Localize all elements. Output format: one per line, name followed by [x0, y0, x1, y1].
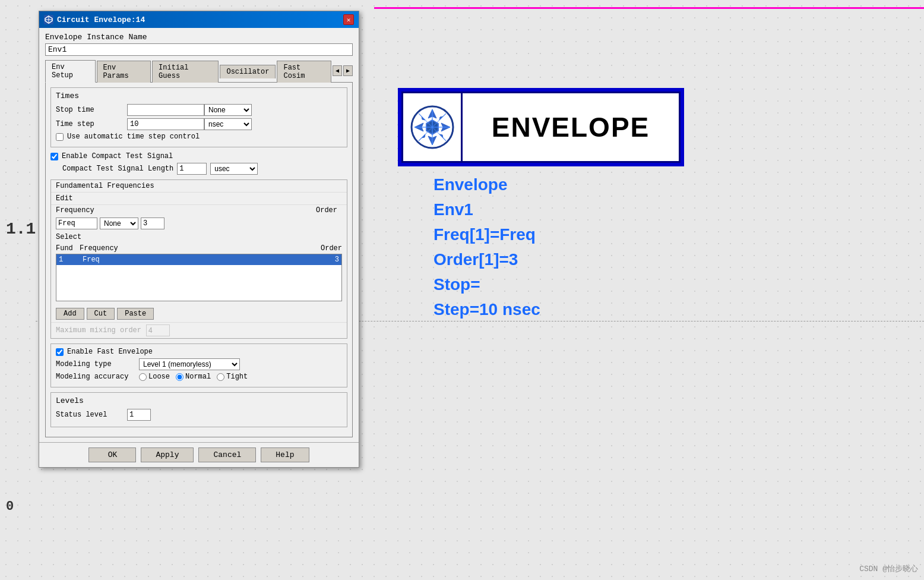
- instance-name-input[interactable]: [45, 43, 353, 56]
- tab-fast-cosim[interactable]: Fast Cosim: [277, 61, 331, 83]
- freq-name-input[interactable]: [56, 218, 97, 229]
- tab-scroll: ◀ ▶: [333, 65, 353, 76]
- row-order: 3: [309, 256, 339, 264]
- ok-button[interactable]: OK: [88, 447, 136, 462]
- tab-env-params[interactable]: Env Params: [97, 61, 151, 83]
- cancel-button[interactable]: Cancel: [198, 447, 256, 462]
- select-label: Select: [56, 233, 342, 241]
- loose-label: Loose: [148, 373, 170, 381]
- freq-input-row: None type: [51, 216, 347, 231]
- canvas-annotation: Envelope Env1 Freq[1]=Freq Order[1]=3 St…: [433, 172, 540, 322]
- tab-scroll-right[interactable]: ▶: [343, 65, 353, 76]
- time-step-row: Time step nsec usec msec sec: [56, 118, 342, 130]
- tab-content-env-setup: Times Stop time None nsec usec msec sec …: [45, 83, 353, 437]
- instance-name-label: Envelope Instance Name: [45, 33, 353, 42]
- row-frequency: Freq: [83, 256, 309, 264]
- stop-time-unit-select[interactable]: None nsec usec msec sec: [204, 104, 252, 116]
- auto-time-step-checkbox[interactable]: [56, 133, 64, 141]
- compact-signal-checkbox[interactable]: [50, 153, 58, 160]
- select-headers: Fund Frequency Order: [56, 243, 342, 254]
- apply-button[interactable]: Apply: [141, 447, 194, 462]
- annotation-line-5: Stop=: [433, 272, 540, 297]
- times-section: Times Stop time None nsec usec msec sec …: [50, 87, 347, 147]
- frequency-col-header: Frequency: [56, 206, 103, 215]
- status-level-label: Status level: [56, 411, 127, 419]
- frequencies-table[interactable]: 1 Freq 3: [56, 254, 342, 301]
- cut-button[interactable]: Cut: [87, 308, 115, 320]
- select-section: Select Fund Frequency Order 1 Freq 3: [51, 231, 347, 305]
- tab-scroll-left[interactable]: ◀: [333, 65, 342, 76]
- dialog-content: Envelope Instance Name Env Setup Env Par…: [39, 28, 359, 442]
- compact-length-input[interactable]: [177, 163, 207, 175]
- compact-unit-select[interactable]: usec nsec msec: [210, 163, 258, 175]
- tab-initial-guess[interactable]: Initial Guess: [152, 61, 219, 83]
- annotation-line-1: Envelope: [433, 172, 540, 197]
- freq-type-select[interactable]: None type: [100, 218, 138, 229]
- titlebar-left: Circuit Envelope:14: [44, 15, 145, 24]
- dialog-icon: [44, 15, 53, 24]
- modeling-type-row: Modeling type Level 1 (memoryless) Level…: [56, 358, 342, 370]
- dialog-titlebar: Circuit Envelope:14 ✕: [39, 11, 359, 28]
- compact-signal-length-row: Compact Test Signal Length usec nsec mse…: [62, 163, 347, 175]
- close-button[interactable]: ✕: [343, 14, 354, 25]
- annotation-line-6: Step=10 nsec: [433, 297, 540, 322]
- compact-signal-enable-row: Enable Compact Test Signal: [50, 152, 347, 160]
- loose-radio-item: Loose: [139, 373, 170, 381]
- times-title: Times: [56, 92, 342, 100]
- mixing-order-row: Maximum mixing order: [51, 322, 347, 338]
- watermark: CSDN @怡步晓心: [859, 563, 918, 574]
- modeling-accuracy-row: Modeling accuracy Loose Normal Tight: [56, 373, 342, 381]
- time-step-unit-select[interactable]: nsec usec msec sec: [204, 118, 252, 130]
- auto-time-step-row: Use automatic time step control: [56, 133, 342, 141]
- freq-edit-row: Edit: [51, 192, 347, 205]
- left-axis-number-2: 0: [6, 499, 14, 514]
- tight-label: Tight: [226, 373, 248, 381]
- circuit-envelope-dialog: Circuit Envelope:14 ✕ Envelope Instance …: [39, 11, 359, 468]
- status-level-row: Status level: [56, 409, 342, 421]
- normal-radio-item: Normal: [176, 373, 211, 381]
- table-row[interactable]: 1 Freq 3: [56, 254, 341, 265]
- row-fund: 1: [59, 256, 83, 264]
- stop-time-label: Stop time: [56, 106, 127, 114]
- levels-section: Levels Status level: [50, 392, 347, 427]
- add-button[interactable]: Add: [56, 308, 84, 320]
- pink-line: [374, 7, 924, 9]
- compact-signal-label: Enable Compact Test Signal: [62, 152, 173, 160]
- tab-env-setup[interactable]: Env Setup: [45, 60, 96, 83]
- fast-envelope-section: Enable Fast Envelope Modeling type Level…: [50, 343, 347, 387]
- accuracy-radio-group: Loose Normal Tight: [139, 373, 248, 381]
- help-button[interactable]: Help: [261, 447, 309, 462]
- envelope-component[interactable]: ENVELOPE: [398, 88, 684, 166]
- stop-time-input[interactable]: [127, 104, 204, 116]
- frequency-col-header2: Frequency: [80, 244, 312, 253]
- annotation-line-4: Order[1]=3: [433, 247, 540, 272]
- tab-oscillator[interactable]: Oscillator: [220, 65, 276, 78]
- loose-radio[interactable]: [139, 373, 147, 381]
- modeling-accuracy-label: Modeling accuracy: [56, 373, 139, 381]
- freq-headers: Frequency Order: [51, 205, 347, 216]
- levels-title: Levels: [56, 396, 342, 405]
- time-step-label: Time step: [56, 120, 127, 128]
- envelope-logo: [403, 93, 463, 161]
- paste-button[interactable]: Paste: [117, 308, 154, 320]
- modeling-type-label: Modeling type: [56, 360, 139, 368]
- fast-envelope-checkbox[interactable]: [56, 348, 64, 356]
- annotation-line-2: Env1: [433, 197, 540, 222]
- time-step-input[interactable]: [127, 118, 204, 130]
- tight-radio-item: Tight: [217, 373, 248, 381]
- fast-envelope-label: Enable Fast Envelope: [67, 348, 153, 356]
- freq-button-row: Add Cut Paste: [51, 305, 347, 322]
- left-axis-number-1: 1.1: [6, 220, 36, 238]
- normal-radio[interactable]: [176, 373, 183, 381]
- normal-label: Normal: [185, 373, 211, 381]
- order-col-header2: Order: [312, 244, 342, 253]
- tabs-container: Env Setup Env Params Initial Guess Oscil…: [45, 59, 353, 83]
- order-col-header: Order: [103, 206, 342, 215]
- auto-time-step-label: Use automatic time step control: [67, 133, 200, 141]
- modeling-type-select[interactable]: Level 1 (memoryless) Level 2 Level 3: [139, 358, 240, 370]
- status-level-input[interactable]: [127, 409, 151, 421]
- tight-radio[interactable]: [217, 373, 224, 381]
- mixing-order-label: Maximum mixing order: [56, 326, 141, 335]
- compact-length-label: Compact Test Signal Length: [62, 165, 173, 173]
- freq-order-input[interactable]: [141, 218, 164, 229]
